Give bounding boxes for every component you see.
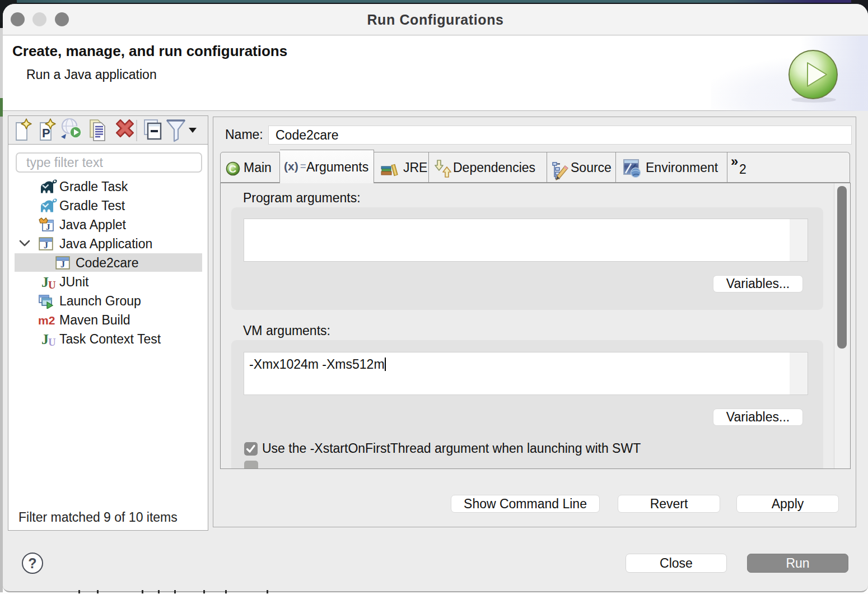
svg-text:J: J <box>46 222 50 231</box>
svg-text:(x): (x) <box>284 160 298 173</box>
svg-text:C: C <box>229 163 237 175</box>
svg-text:U: U <box>48 279 56 290</box>
svg-text:P: P <box>42 126 50 140</box>
svg-text:=: = <box>300 161 306 172</box>
svg-text:m2: m2 <box>38 314 55 327</box>
svg-text:J: J <box>44 240 48 250</box>
svg-text:J: J <box>60 259 65 269</box>
svg-text:U: U <box>48 336 56 347</box>
